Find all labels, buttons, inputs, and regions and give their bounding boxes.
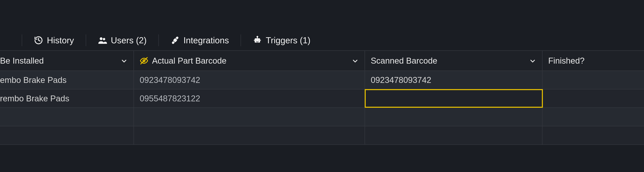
cell-actual-barcode[interactable]: 0955487823122	[134, 89, 365, 107]
cell-finished[interactable]	[542, 108, 644, 126]
tab-separator	[22, 34, 22, 46]
users-icon	[98, 36, 107, 45]
top-spacer	[0, 0, 644, 30]
plug-icon	[170, 36, 180, 45]
column-header-finished[interactable]: Finished?	[542, 51, 644, 71]
column-header-label: Actual Part Barcode	[152, 56, 226, 66]
column-header-actual-barcode[interactable]: Actual Part Barcode	[134, 51, 365, 71]
table-row	[0, 108, 644, 126]
column-header-label: Be Installed	[0, 56, 44, 66]
tab-integrations[interactable]: Integrations	[164, 35, 236, 45]
tab-separator	[240, 34, 241, 46]
cell-scanned-barcode[interactable]	[365, 108, 542, 126]
table-header-row: Be Installed Actual Part Barcode	[0, 51, 644, 71]
chevron-down-icon[interactable]	[529, 57, 536, 64]
cell-text: rembo Brake Pads	[0, 94, 69, 103]
robot-icon	[253, 36, 262, 45]
cell-be-installed[interactable]: embo Brake Pads	[0, 71, 134, 89]
tab-label: History	[47, 35, 74, 45]
cell-text: 0955487823122	[140, 94, 200, 103]
tab-label: Users (2)	[111, 35, 147, 45]
cell-text: embo Brake Pads	[0, 75, 66, 85]
eye-off-icon	[140, 56, 148, 65]
cell-scanned-barcode[interactable]	[365, 126, 542, 144]
chevron-down-icon[interactable]	[120, 57, 128, 64]
app-root: History Users (2)	[0, 0, 644, 172]
svg-point-0	[100, 37, 102, 40]
cell-finished[interactable]	[542, 126, 644, 144]
cell-actual-barcode[interactable]	[134, 126, 365, 144]
tab-label: Triggers (1)	[266, 35, 310, 45]
cell-be-installed[interactable]: rembo Brake Pads	[0, 89, 134, 107]
tab-separator	[158, 34, 159, 46]
cell-actual-barcode[interactable]: 0923478093742	[134, 71, 365, 89]
cell-scanned-barcode[interactable]: 0923478093742	[365, 71, 542, 89]
cell-text: 0923478093742	[140, 75, 200, 85]
tab-separator	[86, 34, 86, 46]
table-row	[0, 126, 644, 145]
svg-point-7	[257, 36, 258, 37]
column-header-be-installed[interactable]: Be Installed	[0, 51, 134, 71]
cell-be-installed[interactable]	[0, 126, 134, 144]
column-header-scanned-barcode[interactable]: Scanned Barcode	[365, 51, 542, 71]
table-row: rembo Brake Pads 0955487823122	[0, 89, 644, 108]
svg-point-1	[103, 38, 105, 40]
tab-label: Integrations	[184, 35, 229, 45]
svg-point-5	[258, 40, 259, 41]
svg-point-4	[256, 40, 257, 41]
column-header-label: Scanned Barcode	[371, 56, 437, 66]
cell-be-installed[interactable]	[0, 108, 134, 126]
cell-finished[interactable]	[542, 89, 644, 107]
tab-triggers[interactable]: Triggers (1)	[246, 35, 317, 45]
data-grid: Be Installed Actual Part Barcode	[0, 50, 644, 172]
cell-finished[interactable]	[542, 71, 644, 89]
chevron-down-icon[interactable]	[352, 57, 359, 64]
cell-actual-barcode[interactable]	[134, 108, 365, 126]
tab-history[interactable]: History	[27, 35, 81, 45]
tabs-bar: History Users (2)	[0, 30, 644, 50]
table-row: embo Brake Pads 0923478093742 0923478093…	[0, 71, 644, 89]
column-header-label: Finished?	[548, 56, 584, 66]
history-icon	[34, 36, 43, 45]
cell-text: 0923478093742	[371, 75, 431, 85]
cell-scanned-barcode[interactable]	[365, 89, 542, 107]
tab-users[interactable]: Users (2)	[91, 35, 154, 45]
